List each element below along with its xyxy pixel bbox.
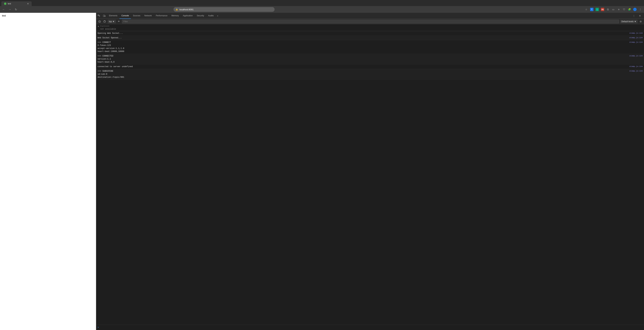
console-entry-link[interactable]: stomp.js:134 xyxy=(629,65,643,67)
device-toolbar-button[interactable] xyxy=(102,13,107,18)
console-entry-link[interactable]: stomp.js:134 xyxy=(629,37,643,39)
tab-performance[interactable]: Performance xyxy=(154,13,170,19)
user-avatar: 👤 xyxy=(633,8,636,11)
tab-close-button[interactable]: ✕ xyxy=(27,2,29,5)
inspect-element-button[interactable] xyxy=(96,13,102,18)
device-icon xyxy=(103,15,106,17)
browser-actions: ☆ T 🌐 Ab G ▭ ≡ 🛡 xyxy=(584,7,643,12)
tab-security[interactable]: Security xyxy=(195,13,206,19)
devtools-tab-bar: Elements Console Sources Network Perform… xyxy=(96,13,644,19)
main-content: test Elements xyxy=(0,13,644,330)
console-entry-link[interactable]: stomp.js:134 xyxy=(629,32,643,34)
reading-icon: ≡ xyxy=(618,8,620,11)
console-entry-text: >>> SUBSCRIBE id:sub-0 destination:/topi… xyxy=(98,70,124,79)
clear-console-button[interactable] xyxy=(98,19,102,23)
user-profile-button[interactable]: 👤 xyxy=(632,7,637,12)
reload-button[interactable]: ↻ xyxy=(14,7,18,12)
console-entry-link[interactable]: stomp.js:134 xyxy=(629,70,643,72)
ext-puzzle-button[interactable]: 🧩 xyxy=(627,7,632,12)
console-prompt: > xyxy=(98,326,99,329)
svg-line-7 xyxy=(99,21,100,22)
console-entry-text: Web Socket Opened... xyxy=(98,36,122,39)
reload-icon: ↻ xyxy=(15,8,17,11)
ext-globe-button[interactable]: 🌐 xyxy=(595,7,600,12)
console-entry: <<< CONNECTED version:1.1 heart-beat:0,0… xyxy=(96,54,644,64)
svg-rect-4 xyxy=(103,15,104,17)
console-toolbar: top ▼ 👁 Default levels ▼ ⚙ xyxy=(96,19,644,24)
forward-icon: → xyxy=(8,8,11,11)
browser-chrome: test ✕ ← → ↻ 🔒 localhost:8091 ☆ T � xyxy=(0,0,644,13)
stop-recording-button[interactable] xyxy=(102,19,107,23)
context-selector[interactable]: top ▼ xyxy=(108,20,116,23)
ext-translate-button[interactable]: T xyxy=(590,7,594,12)
tab-network[interactable]: Network xyxy=(142,13,154,19)
devtools-close-button[interactable]: ✕ xyxy=(637,13,643,18)
console-entry: >>> CONNECT X-Token:123 accept-version:1… xyxy=(96,40,644,54)
chevron-down-icon: ▼ xyxy=(634,20,636,23)
console-entry: Opening Web Socket...stomp.js:134 xyxy=(96,31,644,36)
browser-tab[interactable]: test ✕ xyxy=(1,1,32,6)
stop-icon xyxy=(104,20,106,23)
more-tabs-button[interactable]: » xyxy=(216,15,220,17)
filter-input[interactable] xyxy=(122,20,619,23)
tab-application[interactable]: Application xyxy=(181,13,195,19)
ext-search-button[interactable]: G xyxy=(606,7,610,12)
svg-point-8 xyxy=(104,20,106,22)
tab-favicon xyxy=(4,2,6,5)
search-icon: G xyxy=(607,8,609,11)
tab-title: test xyxy=(8,2,11,5)
tab-memory[interactable]: Memory xyxy=(170,13,181,19)
back-button[interactable]: ← xyxy=(1,7,6,12)
cast-icon: ▭ xyxy=(612,8,614,11)
tab-bar: test ✕ xyxy=(0,0,644,6)
ext-shield-button[interactable]: 🛡 xyxy=(622,7,626,12)
clear-icon xyxy=(98,20,101,23)
log-level-label: Default levels xyxy=(622,20,634,23)
ext-reading-button[interactable]: ≡ xyxy=(616,7,621,12)
expression-label: Expression xyxy=(100,25,643,27)
tab-audits[interactable]: Audits xyxy=(206,13,216,19)
console-entry-text: >>> CONNECT X-Token:123 accept-version:1… xyxy=(98,41,124,53)
tab-console[interactable]: Console xyxy=(120,13,131,19)
globe-icon: 🌐 xyxy=(596,8,599,11)
adblock-icon: Ab xyxy=(601,8,604,11)
forward-button[interactable]: → xyxy=(8,7,12,12)
translate-icon: T xyxy=(590,8,594,11)
inspect-icon xyxy=(98,15,100,17)
address-bar-row: ← → ↻ 🔒 localhost:8091 ☆ T 🌐 Ab xyxy=(0,6,644,13)
expression-close-button[interactable]: ✕ xyxy=(98,25,99,27)
three-dot-icon: ⋮ xyxy=(633,14,635,17)
console-settings-button[interactable]: ⚙ xyxy=(638,19,643,23)
devtools-settings-button[interactable]: ⋮ xyxy=(631,13,636,18)
page-text: test xyxy=(2,14,6,17)
expression-content: Expression not available xyxy=(100,25,643,30)
console-entry-link[interactable]: stomp.js:134 xyxy=(629,55,643,57)
svg-rect-0 xyxy=(98,15,99,16)
console-entry-text: Opening Web Socket... xyxy=(98,32,123,35)
console-entry: >>> SUBSCRIBE id:sub-0 destination:/topi… xyxy=(96,69,644,80)
console-entry: connected to server undefinedstomp.js:13… xyxy=(96,64,644,69)
tab-sources[interactable]: Sources xyxy=(131,13,142,19)
ext-cast-button[interactable]: ▭ xyxy=(611,7,616,12)
bookmark-icon: ☆ xyxy=(585,8,588,11)
puzzle-icon: 🧩 xyxy=(628,8,631,11)
page-content: test xyxy=(0,13,96,330)
console-entry-text: connected to server undefined xyxy=(98,65,133,68)
eye-button[interactable]: 👁 xyxy=(117,19,121,23)
tab-elements[interactable]: Elements xyxy=(107,13,120,19)
log-level-selector[interactable]: Default levels ▼ xyxy=(620,20,638,23)
bookmark-button[interactable]: ☆ xyxy=(584,7,589,12)
address-bar[interactable]: 🔒 localhost:8091 xyxy=(174,7,274,12)
console-entry-link[interactable]: stomp.js:134 xyxy=(629,41,643,43)
svg-rect-5 xyxy=(105,15,105,17)
context-label: top xyxy=(109,20,112,23)
console-input[interactable] xyxy=(100,326,643,329)
menu-button[interactable]: ⋮ xyxy=(638,7,643,12)
close-icon: ✕ xyxy=(639,14,641,17)
console-input-area: > xyxy=(96,325,644,330)
console-entry-text: <<< CONNECTED version:1.1 heart-beat:0,0 xyxy=(98,54,114,64)
ext-adblock-button[interactable]: Ab xyxy=(600,7,605,12)
back-icon: ← xyxy=(2,8,5,11)
console-entry: Web Socket Opened...stomp.js:134 xyxy=(96,36,644,40)
expression-area: ✕ Expression not available xyxy=(96,24,644,31)
